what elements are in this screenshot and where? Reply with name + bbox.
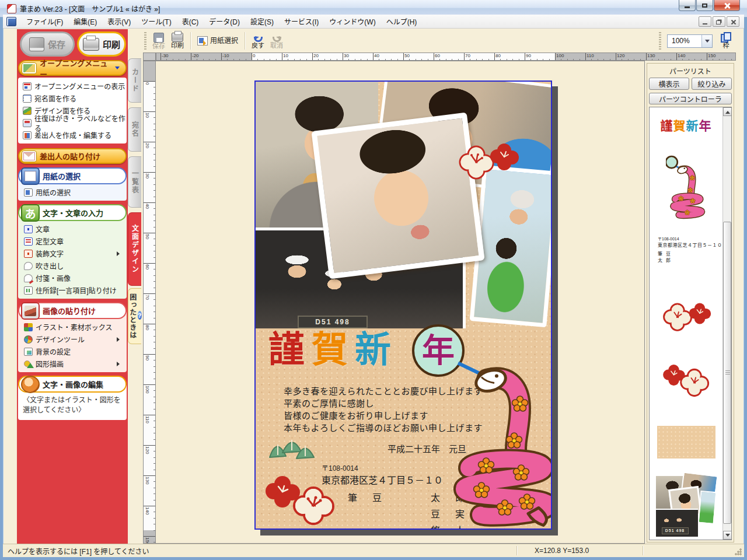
greeting-title[interactable]: 謹 賀 新 xyxy=(268,327,391,373)
parts-item-greeting-title[interactable]: 謹 賀 新 年 xyxy=(650,114,722,135)
sidebar-menu-item[interactable]: 吹き出し xyxy=(20,260,125,272)
design-canvas[interactable]: 0102030405060708090100110120130140150 D5… xyxy=(143,61,645,544)
title-char: 謹 xyxy=(268,327,305,373)
help-icon: ? xyxy=(138,311,142,320)
mdi-minimize-button[interactable] xyxy=(699,16,711,27)
menu-item[interactable]: 編集(E) xyxy=(68,15,102,28)
toolbar-grip[interactable] xyxy=(144,32,146,50)
maximize-button[interactable] xyxy=(696,0,713,11)
parts-panel-title: パーツリスト xyxy=(647,64,734,78)
item-icon xyxy=(24,250,33,258)
sidebar-menu-item[interactable]: 用紙の選択 xyxy=(20,186,125,198)
floppy-icon xyxy=(153,33,164,43)
menu-item[interactable]: 設定(S) xyxy=(245,15,279,28)
zoom-dropdown-button[interactable] xyxy=(701,35,712,47)
pine-decoration[interactable] xyxy=(265,433,319,468)
status-separator xyxy=(643,546,643,555)
parts-item-plum-red-white[interactable] xyxy=(650,359,722,400)
plum-blossom-decoration[interactable] xyxy=(258,474,343,530)
scroll-up-button[interactable] xyxy=(723,107,732,116)
opening-menu-button[interactable]: オープニングメニュー xyxy=(18,60,127,76)
sidebar-menu-item[interactable]: イラスト・素材ボックス xyxy=(20,321,125,333)
menu-item[interactable]: 表示(V) xyxy=(102,15,136,28)
sidebar-menu-item[interactable]: 装飾文字 xyxy=(20,247,125,260)
edit-section-header: 文字・画像の編集 xyxy=(18,376,127,393)
menu-item[interactable]: サービス(I) xyxy=(279,15,324,28)
snake-illustration[interactable] xyxy=(451,331,552,530)
close-button[interactable] xyxy=(714,0,740,11)
sidebar-menu-item[interactable]: 文章 xyxy=(20,223,125,235)
parts-item-photo-collage[interactable]: D51 498 xyxy=(650,476,722,537)
toolbar-save-button[interactable]: 保存 xyxy=(149,32,168,50)
ruler-tick: 0 xyxy=(144,81,156,111)
sidebar-menu-item[interactable]: デザインツール xyxy=(20,333,125,345)
tab-design[interactable]: 文面デザイン xyxy=(128,212,141,286)
parts-item-address[interactable]: 〒108-0014 東京都港区芝４丁目５－１０ 筆豆 太郎 xyxy=(650,231,722,267)
parts-item-snake[interactable] xyxy=(650,154,722,219)
parts-item-plum-white-red[interactable] xyxy=(650,297,722,338)
sidebar-menu-item[interactable]: 背景の設定 xyxy=(20,345,125,358)
scroll-down-button[interactable] xyxy=(723,531,732,540)
tab-help[interactable]: ? 困ったときは xyxy=(128,288,141,344)
ruler-tick: 110 xyxy=(144,415,156,445)
toolbar-print-button[interactable]: 印刷 xyxy=(168,32,187,50)
redo-icon xyxy=(273,37,281,42)
sidebar-menu-item[interactable]: 往復はがき・ラベルなどを作る xyxy=(19,117,125,129)
postal-code-text[interactable]: 〒108-0014 xyxy=(322,463,358,473)
ruler-tick: 10 xyxy=(144,111,156,142)
sidebar-menu-item[interactable]: 差出人を作成・編集する xyxy=(19,129,125,141)
menu-item[interactable]: ファイル(F) xyxy=(21,15,68,28)
filter-button[interactable]: 絞り込み xyxy=(692,78,732,90)
plum-blossom-decoration[interactable] xyxy=(453,140,523,189)
horizontal-view-button[interactable]: 横表示 xyxy=(649,78,689,90)
sidebar-menu-item[interactable]: 図形描画 xyxy=(20,358,125,370)
frame-icon xyxy=(721,32,731,40)
sidebar-menu-item[interactable]: 住所録[一言項目]貼り付け xyxy=(20,284,125,296)
mdi-restore-button[interactable] xyxy=(713,16,725,27)
sidebar: 保存 印刷 オープニングメニュー オープニングメニューの表示 xyxy=(17,29,128,544)
paper-section-header: 用紙の選択 xyxy=(18,167,127,184)
chevron-down-icon xyxy=(115,66,120,72)
tab-address[interactable]: 宛名 xyxy=(128,107,141,152)
tab-strip: カード 宛名 一覧表 文面デザイン ? 困ったときは xyxy=(128,29,142,544)
mdi-close-button[interactable] xyxy=(727,16,739,27)
toolbar-paper-select-button[interactable]: 用紙選択 xyxy=(194,36,241,46)
minimize-button[interactable] xyxy=(679,0,696,11)
mdi-minimize-icon xyxy=(703,23,707,24)
menu-item[interactable]: データ(D) xyxy=(204,15,245,28)
ruler-tick: 120 xyxy=(144,445,156,475)
save-button[interactable]: 保存 xyxy=(20,32,75,57)
tab-list[interactable]: 一覧表 xyxy=(128,156,141,208)
vertical-ruler: 0102030405060708090100110120130140150 xyxy=(144,61,156,544)
resize-grip[interactable] xyxy=(735,548,742,555)
sidebar-menu-item[interactable]: 宛名面を作る xyxy=(19,92,125,104)
paper-swatch xyxy=(657,426,715,459)
ruler-tick: -30 xyxy=(160,53,191,61)
sidebar-menu-item[interactable]: オープニングメニューの表示 xyxy=(19,80,125,92)
toolbar-undo-button[interactable]: 戻す xyxy=(249,33,267,50)
photo-toddler-closeup[interactable] xyxy=(311,113,484,279)
menu-item[interactable]: ヘルプ(H) xyxy=(381,15,423,28)
postcard-design[interactable]: D51 498 xyxy=(254,80,552,530)
menu-item[interactable]: ツール(T) xyxy=(136,15,176,28)
scrollbar-thumb[interactable] xyxy=(723,222,731,524)
sidebar-menu-item[interactable]: 定型文章 xyxy=(20,235,125,247)
printer-icon xyxy=(83,38,99,51)
frame-toggle-button[interactable]: 枠 xyxy=(721,32,731,50)
image-section-body: イラスト・素材ボックス デザインツール 背景の設定 xyxy=(18,312,127,372)
parts-scrollbar[interactable] xyxy=(722,107,731,540)
toolbar-grip[interactable] xyxy=(659,32,661,50)
minimize-icon xyxy=(685,6,690,8)
toolbar-redo-button[interactable]: 取消 xyxy=(267,33,286,50)
parts-item-background-paper[interactable] xyxy=(650,425,722,460)
menu-item[interactable]: ウィンドウ(W) xyxy=(324,15,381,28)
print-button[interactable]: 印刷 xyxy=(77,32,126,57)
sidebar-menu-item[interactable]: 付箋・画像 xyxy=(20,272,125,284)
ruler-tick: 20 xyxy=(312,53,343,61)
tab-card[interactable]: カード xyxy=(128,58,141,103)
menu-item[interactable]: 表(C) xyxy=(177,15,204,28)
ruler-tick: 60 xyxy=(144,263,156,293)
sender-paste-button[interactable]: 差出人の貼り付け xyxy=(18,148,127,164)
zoom-select[interactable]: 100% xyxy=(667,34,713,48)
parts-controller-button[interactable]: パーツコントローラ xyxy=(649,93,732,104)
